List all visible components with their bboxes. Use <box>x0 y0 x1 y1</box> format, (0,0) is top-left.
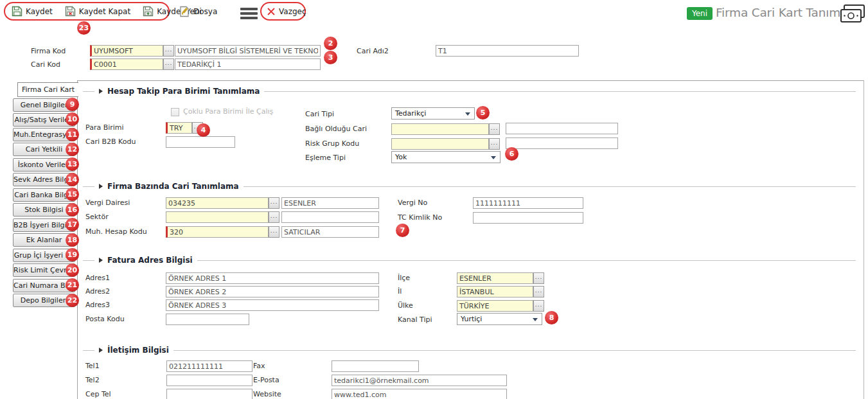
posta-kodu-input[interactable] <box>166 314 249 325</box>
file-button-label: Dosya <box>193 7 217 16</box>
callout-18: 18 <box>66 233 75 247</box>
ulke-input[interactable] <box>457 300 533 312</box>
firma-kod-input[interactable] <box>90 45 163 57</box>
esleme-tipi-dropdown[interactable]: Yok <box>391 151 500 163</box>
cari-b2b-kodu-input[interactable] <box>166 136 235 148</box>
vergi-dairesi-adi-input[interactable] <box>281 197 379 209</box>
adres2-label: Adres2 <box>85 286 110 297</box>
section-title: Firma Bazında Cari Tanımlama <box>107 182 239 191</box>
cari-tipi-dropdown[interactable]: Tedarikçi <box>391 107 475 120</box>
cari-adi2-input[interactable] <box>436 45 579 57</box>
ilce-lookup-button[interactable]: ... <box>533 272 544 284</box>
il-label: İl <box>398 286 402 297</box>
vergi-dairesi-kod-input[interactable] <box>166 197 269 209</box>
firma-adi-input[interactable] <box>175 45 321 57</box>
cari-tipi-label: Cari Tipi <box>305 109 334 120</box>
bagli-oldugu-cari-kod-input[interactable] <box>391 123 489 135</box>
tab-genel-bilgiler[interactable]: Genel Bilgiler 9 <box>13 98 75 112</box>
callout-21: 21 <box>66 279 75 292</box>
website-input[interactable] <box>332 389 507 399</box>
save-close-floppy-icon <box>65 6 76 17</box>
section-arrow-icon[interactable] <box>99 89 103 94</box>
sektor-lookup-button[interactable]: ... <box>269 211 279 223</box>
risk-grup-kodu-input[interactable] <box>391 138 489 150</box>
il-lookup-button[interactable]: ... <box>533 286 544 297</box>
bagli-oldugu-cari-adi-input[interactable] <box>506 123 618 134</box>
muh-hesap-kodu-input[interactable] <box>166 226 269 238</box>
adres2-input[interactable] <box>166 286 379 297</box>
tel2-input[interactable] <box>166 375 252 386</box>
tab-iskonto-verileri[interactable]: İskonto Verileri 13 <box>13 158 75 172</box>
risk-grup-adi-input[interactable] <box>506 137 618 149</box>
section-arrow-icon[interactable] <box>99 258 103 263</box>
money-cards-icon[interactable] <box>839 4 866 24</box>
save-button[interactable]: Kaydet <box>12 6 53 17</box>
tab-cari-yetkili[interactable]: Cari Yetkili 12 <box>13 143 75 156</box>
firma-kod-lookup-button[interactable]: ... <box>163 45 174 57</box>
eposta-input[interactable] <box>332 375 507 386</box>
tab-b2b-isyeri-bilgileri[interactable]: B2B İşyeri Bilgiler 17 <box>13 218 75 232</box>
tab-alis-satis-verileri[interactable]: Alış/Satış Verileri 10 <box>13 113 75 127</box>
tab-label: Firma Cari Kart <box>22 85 75 94</box>
para-birimi-input[interactable] <box>166 122 192 134</box>
cancel-button[interactable]: Vazgeç <box>267 7 306 16</box>
callout-11: 11 <box>66 128 75 141</box>
kanal-tipi-value: Yurtiçi <box>461 315 482 323</box>
risk-grup-kodu-lookup-button[interactable]: ... <box>489 138 500 150</box>
vergi-no-input[interactable] <box>473 197 583 209</box>
kanal-tipi-dropdown[interactable]: Yurtiçi <box>457 313 542 325</box>
firma-cari-kart-screen: Kaydet Kaydet Kapat Kaydet Yeni Dosya Va… <box>0 0 868 399</box>
tel1-input[interactable] <box>166 360 252 372</box>
tab-risk-limit-cevrimi[interactable]: Risk Limit Çevrim 20 <box>13 263 75 277</box>
tab-firma-cari-kart[interactable]: Firma Cari Kart <box>17 82 78 97</box>
tab-sevk-adres-bilgileri[interactable]: Sevk Adres Bilgile 14 <box>13 173 75 186</box>
tab-stok-bilgisi[interactable]: Stok Bilgisi 16 <box>13 203 75 217</box>
file-button[interactable]: Dosya <box>179 5 217 17</box>
fax-input[interactable] <box>332 360 419 372</box>
muh-hesap-adi-input[interactable] <box>281 226 379 238</box>
callout-16: 16 <box>66 203 75 217</box>
tab-label: Genel Bilgiler <box>21 101 68 109</box>
tc-kimlik-no-input[interactable] <box>473 212 583 224</box>
tab-label: Alış/Satış Verileri <box>15 116 74 124</box>
adres1-input[interactable] <box>166 272 379 284</box>
muh-hesap-kodu-lookup-button[interactable]: ... <box>269 226 279 238</box>
cari-b2b-kodu-label: Cari B2B Kodu <box>85 136 136 148</box>
sektor-label: Sektör <box>85 211 109 223</box>
sektor-kod-input[interactable] <box>166 211 269 223</box>
callout-7: 7 <box>396 224 409 237</box>
adres3-input[interactable] <box>166 299 379 311</box>
tab-cari-numara-bilgisi[interactable]: Cari Numara Bilgi 21 <box>13 279 75 292</box>
section-firma-header: Firma Bazında Cari Tanımlama <box>83 182 856 191</box>
cari-kod-input[interactable] <box>90 58 163 70</box>
esleme-tipi-value: Yok <box>395 153 407 161</box>
tab-cari-banka-bilgisi[interactable]: Cari Banka Bilgis 15 <box>13 188 75 202</box>
tab-muh-entegrasyon[interactable]: Muh.Entegrasyon 11 <box>13 128 75 141</box>
tc-kimlik-no-label: TC Kimlik No <box>398 212 442 224</box>
save-close-button[interactable]: Kaydet Kapat <box>65 6 130 17</box>
tab-grup-ici-isyeri-bilgileri[interactable]: Grup İçi İşyeri Bil 19 <box>13 249 75 262</box>
cancel-button-label: Vazgeç <box>279 7 306 16</box>
tab-ek-alanlar[interactable]: Ek Alanlar 18 <box>13 233 75 247</box>
coklu-para-checkbox[interactable] <box>171 108 179 116</box>
vergi-dairesi-lookup-button[interactable]: ... <box>269 197 279 209</box>
bagli-oldugu-cari-label: Bağlı Olduğu Cari <box>305 123 367 135</box>
menu-hamburger-icon[interactable] <box>240 8 258 21</box>
sektor-adi-input[interactable] <box>281 211 379 223</box>
tab-depo-bilgileri[interactable]: Depo Bilgileri 22 <box>13 294 75 307</box>
ulke-lookup-button[interactable]: ... <box>533 300 544 312</box>
section-arrow-icon[interactable] <box>99 348 103 353</box>
ilce-input[interactable] <box>457 272 533 284</box>
cep-tel-input[interactable] <box>166 389 252 399</box>
ilce-label: İlçe <box>398 272 410 284</box>
bagli-oldugu-cari-lookup-button[interactable]: ... <box>489 123 500 135</box>
cari-adi-input[interactable] <box>175 58 321 70</box>
callout-17: 17 <box>66 218 75 231</box>
callout-14: 14 <box>66 173 75 186</box>
il-input[interactable] <box>457 286 533 297</box>
section-arrow-icon[interactable] <box>99 184 103 189</box>
tab-label: İskonto Verileri <box>18 161 71 169</box>
save-buttons-annotation: Kaydet Kaydet Kapat Kaydet Yeni <box>4 2 170 21</box>
tab-label: Stok Bilgisi <box>24 206 63 214</box>
cari-kod-lookup-button[interactable]: ... <box>163 58 174 70</box>
